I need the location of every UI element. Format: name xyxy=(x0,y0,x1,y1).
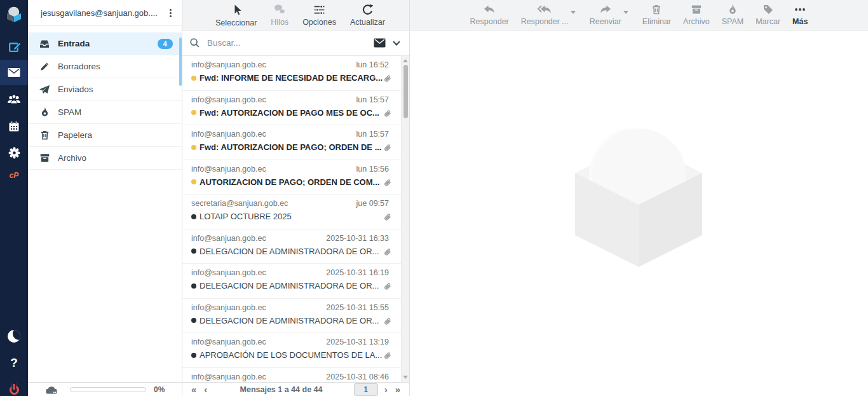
chevron-down-icon[interactable] xyxy=(393,38,400,45)
message-subject: AUTORIZACION DE PAGO; ORDEN DE COM... xyxy=(200,177,389,187)
first-page-button[interactable]: « xyxy=(187,383,200,396)
attachment-icon xyxy=(382,212,393,223)
contacts-button[interactable] xyxy=(0,86,28,112)
unread-dot-icon[interactable] xyxy=(191,110,196,115)
reply-all-button[interactable]: Responder ... xyxy=(521,0,569,26)
message-subject: LOTAIP OCTUBRE 2025 xyxy=(200,212,389,221)
pagination-bar: « ‹ Mensajes 1 a 44 de 44 › » xyxy=(182,382,409,396)
folder-item-entrada[interactable]: Entrada 4 xyxy=(28,32,182,55)
refresh-button[interactable]: Actualizar xyxy=(350,0,385,27)
mail-button[interactable] xyxy=(0,60,28,85)
message-sender: info@sanjuan.gob.ec xyxy=(191,268,266,277)
read-dot-icon[interactable] xyxy=(191,283,196,289)
tag-icon xyxy=(762,3,775,16)
ellipsis-icon xyxy=(794,3,806,16)
message-sender: info@sanjuan.gob.ec xyxy=(191,303,266,312)
delete-button[interactable]: Eliminar xyxy=(642,0,671,26)
folder-scrollbar-thumb[interactable] xyxy=(179,38,182,86)
calendar-button[interactable] xyxy=(0,114,28,139)
message-row[interactable]: info@sanjuan.gob.ec2025-10-31 13:19 APRO… xyxy=(182,333,409,368)
cpanel-button[interactable]: cP xyxy=(0,164,28,187)
message-row[interactable]: info@sanjuan.gob.ec2025-10-31 16:33 DELE… xyxy=(182,229,409,264)
read-dot-icon[interactable] xyxy=(191,249,196,254)
folder-item-borradores[interactable]: Borradores xyxy=(28,55,182,78)
message-sender: info@sanjuan.gob.ec xyxy=(191,234,266,243)
settings-button[interactable] xyxy=(0,140,28,165)
message-list-scrollbar[interactable] xyxy=(401,56,409,382)
message-row[interactable]: info@sanjuan.gob.eclun 15:57 Fwd: AUTORI… xyxy=(182,91,409,126)
search-scope-envelope-icon[interactable] xyxy=(373,38,386,48)
next-page-button[interactable]: › xyxy=(381,383,391,396)
gear-icon xyxy=(8,146,21,160)
compose-button[interactable] xyxy=(0,34,28,59)
message-row[interactable]: secretaria@sanjuan.gob.ecjue 09:57 LOTAI… xyxy=(182,195,409,229)
page-number-input[interactable] xyxy=(354,383,378,396)
options-button[interactable]: Opciones xyxy=(302,0,336,27)
calendar-icon xyxy=(8,120,20,133)
message-date: 2025-10-31 15:55 xyxy=(326,303,389,312)
mark-button[interactable]: Marcar xyxy=(756,0,780,26)
message-row[interactable]: info@sanjuan.gob.ec2025-10-31 15:55 DELE… xyxy=(182,299,409,334)
reply-icon xyxy=(482,3,496,16)
message-row[interactable]: info@sanjuan.gob.eclun 16:52 Fwd: INFORM… xyxy=(182,56,409,91)
unread-dot-icon[interactable] xyxy=(191,145,196,150)
message-subject: Fwd: AUTORIZACION DE PAGO MES DE OC... xyxy=(200,108,389,118)
reply-button[interactable]: Responder xyxy=(470,0,509,26)
sliders-icon xyxy=(313,3,326,17)
message-row[interactable]: info@sanjuan.gob.eclun 15:57 Fwd: AUTORI… xyxy=(182,125,409,160)
message-date: lun 15:57 xyxy=(356,95,389,104)
message-row[interactable]: info@sanjuan.gob.ec2025-10-31 08:46 xyxy=(182,368,409,383)
moon-icon xyxy=(8,330,20,343)
message-date: 2025-10-31 16:19 xyxy=(326,268,389,277)
folder-item-enviados[interactable]: Enviados xyxy=(28,78,182,101)
attachment-icon xyxy=(382,351,393,362)
junk-button[interactable]: SPAM xyxy=(722,0,744,26)
folder-item-papelera[interactable]: Papelera xyxy=(28,124,182,147)
attachment-icon xyxy=(382,317,393,327)
search-input[interactable] xyxy=(206,38,373,48)
read-dot-icon[interactable] xyxy=(191,353,196,358)
message-subject: Fwd: INFORME DE NECESIDAD DE RECARG... xyxy=(200,73,389,83)
forward-dropdown-caret[interactable] xyxy=(623,11,628,14)
folder-item-spam[interactable]: SPAM xyxy=(28,101,182,124)
kebab-menu-icon[interactable] xyxy=(166,6,175,20)
folder-label: Archivo xyxy=(58,153,173,163)
forward-button[interactable]: Reenviar xyxy=(590,0,621,26)
message-toolbar: Responder Responder ... Reen xyxy=(410,0,868,31)
message-row[interactable]: info@sanjuan.gob.eclun 15:56 AUTORIZACIO… xyxy=(182,160,409,195)
roundcube-logo[interactable] xyxy=(0,0,28,28)
contacts-icon xyxy=(6,93,22,106)
last-page-button[interactable]: » xyxy=(391,383,404,396)
logout-button[interactable] xyxy=(0,377,28,396)
attachment-icon xyxy=(382,247,393,258)
reply-all-dropdown-caret[interactable] xyxy=(571,11,576,14)
message-subject: Fwd: AUTORIZACION DE PAGO; ORDEN DE ... xyxy=(200,142,389,152)
read-dot-icon[interactable] xyxy=(191,214,196,219)
scroll-down-arrow[interactable] xyxy=(403,376,408,379)
disk-icon[interactable] xyxy=(44,385,58,395)
paper-plane-icon xyxy=(38,83,51,96)
read-dot-icon[interactable] xyxy=(191,318,196,323)
attachment-icon xyxy=(382,109,393,119)
folder-label: Borradores xyxy=(58,62,173,71)
message-list: info@sanjuan.gob.eclun 16:52 Fwd: INFORM… xyxy=(182,56,409,382)
select-button[interactable]: Seleccionar xyxy=(215,0,257,27)
message-sender: info@sanjuan.gob.ec xyxy=(191,60,266,69)
threads-button[interactable]: Hilos xyxy=(271,0,288,27)
scrollbar-thumb[interactable] xyxy=(403,65,408,118)
folder-list: Entrada 4 Borradores xyxy=(28,26,182,170)
unread-dot-icon[interactable] xyxy=(191,76,196,81)
archive-button[interactable]: Archivo xyxy=(683,0,710,26)
scroll-up-arrow[interactable] xyxy=(403,59,408,62)
message-row[interactable]: info@sanjuan.gob.ec2025-10-31 16:19 DELE… xyxy=(182,264,409,299)
folder-item-archivo[interactable]: Archivo xyxy=(28,147,182,170)
prev-page-button[interactable]: ‹ xyxy=(200,383,211,396)
more-button[interactable]: Más xyxy=(792,0,808,26)
message-subject: DELEGACION DE ADMINISTRADORA DE OR... xyxy=(200,316,389,325)
help-button[interactable]: ? xyxy=(0,350,28,376)
search-bar xyxy=(182,31,409,56)
flame-icon xyxy=(726,3,739,16)
dark-mode-button[interactable] xyxy=(0,324,28,349)
attachment-icon xyxy=(382,282,393,292)
unread-dot-icon[interactable] xyxy=(191,179,196,184)
